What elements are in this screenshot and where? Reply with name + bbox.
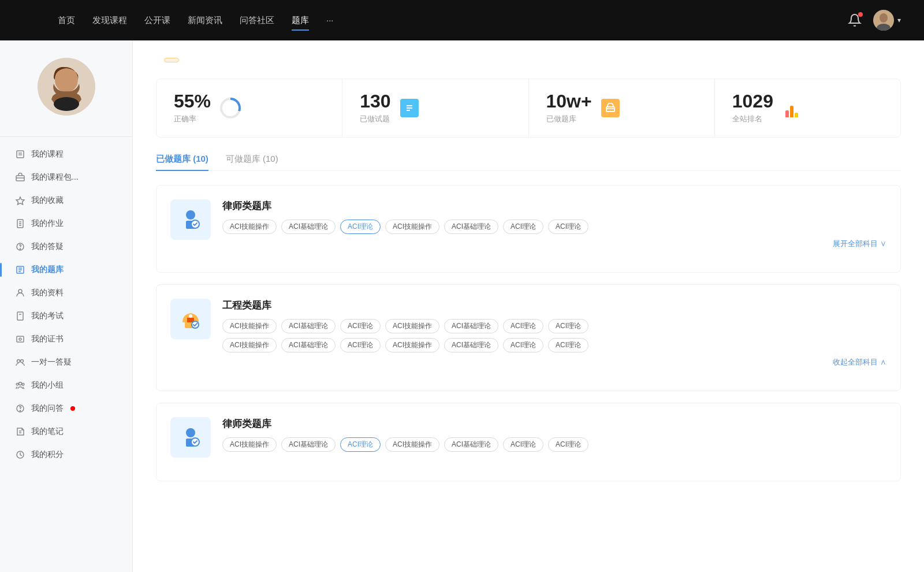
tag[interactable]: ACI基础理论 (281, 338, 336, 352)
notification-bell-icon[interactable] (848, 13, 862, 27)
tag[interactable]: ACI技能操作 (385, 338, 439, 352)
tag[interactable]: ACI理论 (340, 437, 381, 452)
sidebar-item-one2one[interactable]: 一对一答疑 (6, 351, 126, 374)
sidebar-item-question[interactable]: 我的问答 (6, 397, 126, 420)
stat-label: 正确率 (174, 114, 211, 124)
tag[interactable]: ACI理论 (503, 437, 543, 452)
tag[interactable]: ACI技能操作 (385, 437, 439, 452)
tag[interactable]: ACI技能操作 (385, 220, 439, 234)
tag[interactable]: ACI基础理论 (444, 437, 498, 452)
svg-point-33 (20, 410, 20, 411)
sidebar-item-homework[interactable]: 我的作业 (6, 212, 126, 235)
tags-row-2: ACI技能操作ACI基础理论ACI理论ACI技能操作ACI基础理论ACI理论AC… (222, 338, 886, 352)
course-icon (15, 149, 25, 159)
tag[interactable]: ACI技能操作 (222, 437, 277, 452)
sidebar-item-group[interactable]: 我的小组 (6, 374, 126, 397)
sidebar-item-exam[interactable]: 我的考试 (6, 304, 126, 328)
svg-point-29 (19, 382, 22, 385)
qbank-title: 工程类题库 (222, 299, 886, 312)
sidebar-item-course[interactable]: 我的课程 (6, 143, 126, 166)
stat-value: 10w+ (546, 92, 592, 110)
material-icon (15, 288, 25, 298)
tab-1[interactable]: 可做题库 (10) (226, 154, 278, 170)
svg-point-30 (16, 383, 18, 385)
stat-value: 130 (360, 92, 390, 110)
nav-item-题库[interactable]: 题库 (292, 13, 309, 28)
sidebar-item-cert[interactable]: 我的证书 (6, 328, 126, 351)
svg-point-27 (17, 360, 20, 363)
qbank-card-1: 工程类题库 ACI技能操作ACI基础理论ACI理论ACI技能操作ACI基础理论A… (156, 284, 901, 391)
tag[interactable]: ACI理论 (340, 338, 381, 352)
sidebar-item-qa[interactable]: 我的答疑 (6, 235, 126, 258)
sidebar-item-package[interactable]: 我的课程包... (6, 166, 126, 189)
nav-item-新闻资讯[interactable]: 新闻资讯 (188, 13, 222, 28)
tag[interactable]: ACI理论 (548, 220, 588, 234)
tag[interactable]: ACI理论 (340, 220, 381, 234)
tag[interactable]: ACI技能操作 (385, 319, 439, 333)
svg-rect-25 (17, 336, 24, 342)
nav-item-问答社区[interactable]: 问答社区 (240, 13, 274, 28)
tag[interactable]: ACI理论 (548, 319, 588, 333)
one2one-icon (15, 357, 25, 367)
stat-item-3: 1029 全站排名 (715, 79, 900, 137)
main-content: 55% 正确率 130 已做试题 10w+ 已做题库 1029 全站排名 已做题… (133, 40, 924, 572)
qbank-icon (15, 265, 25, 275)
main-layout: 我的课程我的课程包...我的收藏我的作业我的答疑我的题库我的资料我的考试我的证书… (0, 40, 924, 572)
qbank-header: 律师类题库 ACI技能操作ACI基础理论ACI理论ACI技能操作ACI基础理论A… (170, 417, 886, 458)
tag[interactable]: ACI基础理论 (281, 437, 336, 452)
nav-item-发现课程[interactable]: 发现课程 (92, 13, 127, 28)
svg-point-31 (22, 383, 24, 385)
qbank-info: 工程类题库 ACI技能操作ACI基础理论ACI理论ACI技能操作ACI基础理论A… (222, 299, 886, 367)
nav-item-公开课[interactable]: 公开课 (144, 13, 170, 28)
tag[interactable]: ACI理论 (340, 319, 381, 333)
chevron-down-icon: ▾ (897, 16, 901, 24)
svg-point-1 (880, 13, 888, 23)
tab-0[interactable]: 已做题库 (10) (156, 154, 208, 170)
tag[interactable]: ACI基础理论 (281, 319, 336, 333)
qbank-title: 律师类题库 (222, 417, 886, 430)
menu-label: 我的题库 (31, 265, 64, 275)
tag[interactable]: ACI基础理论 (281, 220, 336, 234)
homework-icon (15, 218, 25, 229)
tag[interactable]: ACI理论 (503, 338, 543, 352)
tag[interactable]: ACI理论 (503, 220, 543, 234)
sidebar-item-points[interactable]: 我的积分 (6, 443, 126, 466)
stat-item-2: 10w+ 已做题库 (529, 79, 715, 137)
tag[interactable]: ACI理论 (548, 437, 588, 452)
bank-icon (601, 99, 620, 117)
sidebar-profile (0, 58, 132, 137)
expand-link[interactable]: 展开全部科目 ∨ (222, 239, 886, 249)
collapse-link[interactable]: 收起全部科目 ∧ (222, 357, 886, 367)
sidebar-item-star[interactable]: 我的收藏 (6, 189, 126, 212)
navbar: 首页发现课程公开课新闻资讯问答社区题库··· ▾ (0, 0, 924, 40)
tag[interactable]: ACI理论 (503, 319, 543, 333)
tag[interactable]: ACI技能操作 (222, 319, 277, 333)
tag[interactable]: ACI理论 (548, 338, 588, 352)
stat-text: 130 已做试题 (360, 92, 390, 124)
menu-label: 我的考试 (31, 311, 64, 321)
tag[interactable]: ACI基础理论 (444, 220, 498, 234)
tag[interactable]: ACI基础理论 (444, 338, 498, 352)
stat-item-0: 55% 正确率 (157, 79, 342, 137)
tag[interactable]: ACI技能操作 (222, 338, 277, 352)
qbank-card-2: 律师类题库 ACI技能操作ACI基础理论ACI理论ACI技能操作ACI基础理论A… (156, 403, 901, 481)
tag[interactable]: ACI基础理论 (444, 319, 498, 333)
nav-item-首页[interactable]: 首页 (58, 13, 75, 28)
sidebar-item-qbank[interactable]: 我的题库 (6, 258, 126, 281)
qbank-list: 律师类题库 ACI技能操作ACI基础理论ACI理论ACI技能操作ACI基础理论A… (156, 185, 901, 481)
tags-row-1: ACI技能操作ACI基础理论ACI理论ACI技能操作ACI基础理论ACI理论AC… (222, 319, 886, 333)
stat-text: 10w+ 已做题库 (546, 92, 592, 124)
sidebar-item-material[interactable]: 我的资料 (6, 281, 126, 304)
user-avatar-menu[interactable]: ▾ (873, 10, 901, 31)
stat-value: 1029 (732, 92, 773, 110)
svg-marker-11 (16, 197, 24, 205)
nav-item-···[interactable]: ··· (326, 13, 334, 28)
page-header (156, 58, 901, 62)
tag[interactable]: ACI技能操作 (222, 220, 277, 234)
sidebar-item-note[interactable]: 我的笔记 (6, 420, 126, 443)
menu-label: 我的课程 (31, 149, 64, 159)
qbank-icon (170, 417, 211, 458)
stat-text: 55% 正确率 (174, 92, 211, 124)
svg-point-5 (54, 97, 79, 111)
qa-icon (15, 242, 25, 252)
